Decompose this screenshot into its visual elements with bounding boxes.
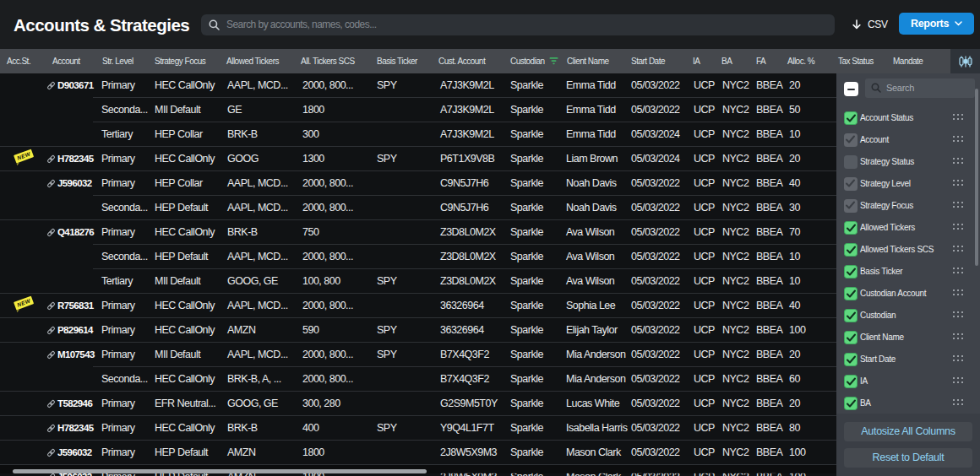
- global-search-input[interactable]: Search by accounts, names, codes...: [201, 14, 835, 35]
- horizontal-scrollbar-thumb[interactable]: [13, 469, 427, 473]
- vertical-scrollbar-thumb[interactable]: [975, 89, 978, 266]
- reports-button[interactable]: Reports: [899, 13, 974, 35]
- table-row[interactable]: D903671PrimaryHEC CallOnlyAAPL, MCD...20…: [0, 73, 836, 98]
- columns-panel-tab[interactable]: [950, 49, 980, 73]
- drag-handle-icon[interactable]: [953, 399, 963, 407]
- table-row[interactable]: TertiaryHEP CollarBRK-B300A7J3K9M2LSpark…: [0, 122, 836, 147]
- table-row[interactable]: Seconda...HEP DefaultAAPL, MCD...2000, 8…: [0, 196, 836, 220]
- cell-client: Noah Davis: [566, 171, 617, 196]
- column-header-focus[interactable]: Strategy Focus: [155, 49, 205, 73]
- checkbox-unchecked[interactable]: [844, 155, 858, 169]
- column-header-fa[interactable]: FA: [756, 49, 765, 73]
- table-row[interactable]: H782345PrimaryHEC CallOnlyBRK-B400SPYY9Q…: [0, 416, 836, 441]
- checkbox-checked[interactable]: [844, 177, 858, 191]
- drag-handle-icon[interactable]: [953, 355, 963, 363]
- table-row[interactable]: J596032PrimaryHEP CollarAAPL, MCD...2000…: [0, 171, 836, 196]
- column-header-level[interactable]: Str. Level: [102, 49, 133, 73]
- table-row[interactable]: Q418276PrimaryHEC CallOnlyBRK-B750Z3D8L0…: [0, 220, 836, 245]
- checkbox-checked[interactable]: [844, 331, 858, 344]
- column-header-account[interactable]: Account: [52, 49, 80, 73]
- column-toggle-strategy-focus[interactable]: Strategy Focus: [836, 195, 980, 217]
- column-header-custodian[interactable]: Custodian: [510, 49, 558, 73]
- checkbox-checked[interactable]: [844, 375, 858, 388]
- checkbox-checked[interactable]: [844, 221, 858, 235]
- column-header-ia[interactable]: IA: [693, 49, 700, 73]
- column-toggle-label: Basis Ticker: [860, 261, 902, 283]
- checkbox-checked[interactable]: [844, 199, 858, 213]
- column-toggle-custodian[interactable]: Custodian: [836, 305, 980, 327]
- drag-handle-icon[interactable]: [953, 246, 963, 253]
- drag-handle-icon[interactable]: [953, 202, 963, 209]
- drag-handle-icon[interactable]: [953, 333, 963, 341]
- table-row[interactable]: J596032PrimaryHEP DefaultAMZN18002J8W5X9…: [0, 441, 836, 465]
- column-header-cust_account[interactable]: Cust. Account: [438, 49, 485, 73]
- table-row[interactable]: M107543PrimaryMIl DefaultAAPL, MCD...200…: [0, 343, 836, 367]
- cell-alloc: 50: [789, 98, 800, 122]
- table-row[interactable]: P829614PrimaryHEC CallOnlyAMZN590SPY3632…: [0, 318, 836, 343]
- link-icon[interactable]: [46, 448, 56, 457]
- column-toggle-client-name[interactable]: Client Name: [836, 327, 980, 349]
- link-icon[interactable]: [46, 301, 56, 311]
- table-row[interactable]: NEWH782345PrimaryHEC CallOnlyGOOG1300SPY…: [0, 147, 836, 171]
- column-header-scs[interactable]: All. Tickers SCS: [301, 49, 355, 73]
- column-header-start_date[interactable]: Start Date: [631, 49, 665, 73]
- link-icon[interactable]: [46, 179, 56, 188]
- panel-footer: Autosize All Columns Reset to Default: [836, 414, 980, 476]
- reset-to-default-button[interactable]: Reset to Default: [844, 448, 972, 468]
- link-icon[interactable]: [46, 326, 56, 335]
- column-header-tax[interactable]: Tax Status: [838, 49, 874, 73]
- panel-search-input[interactable]: Search: [865, 78, 975, 99]
- column-toggle-custodian-account[interactable]: Custodian Account: [836, 283, 980, 305]
- drag-handle-icon[interactable]: [953, 311, 963, 319]
- drag-handle-icon[interactable]: [953, 136, 963, 143]
- drag-handle-icon[interactable]: [953, 268, 963, 275]
- column-header-tickers[interactable]: Allowed Tickers: [226, 49, 279, 73]
- table-row[interactable]: T582946PrimaryEFR Neutral...GOOG, GE300,…: [0, 392, 836, 416]
- column-header-ba[interactable]: BA: [721, 49, 732, 73]
- column-toggle-allowed-tickers[interactable]: Allowed Tickers: [836, 217, 980, 239]
- table-row[interactable]: NEWR756831PrimaryHEC CallOnlyAAPL, MCD..…: [0, 294, 836, 318]
- column-header-basis[interactable]: Basis Ticker: [377, 49, 417, 73]
- column-toggle-basis-ticker[interactable]: Basis Ticker: [836, 261, 980, 283]
- link-icon[interactable]: [46, 399, 56, 408]
- column-header-mandate[interactable]: Mandate: [893, 49, 923, 73]
- column-toggle-strategy-status[interactable]: Strategy Status: [836, 151, 980, 173]
- link-icon[interactable]: [46, 154, 56, 164]
- checkbox-checked[interactable]: [844, 243, 858, 257]
- column-header-accst[interactable]: Acc.St.: [7, 49, 30, 73]
- collapse-all-button[interactable]: [844, 82, 858, 96]
- checkbox-checked[interactable]: [844, 111, 858, 125]
- column-toggle-ba[interactable]: BA: [836, 392, 980, 411]
- drag-handle-icon[interactable]: [953, 224, 963, 231]
- checkbox-checked[interactable]: [844, 287, 858, 300]
- drag-handle-icon[interactable]: [953, 114, 963, 122]
- link-icon[interactable]: [46, 81, 56, 90]
- column-header-client[interactable]: Client Name: [567, 49, 609, 73]
- drag-handle-icon[interactable]: [953, 377, 963, 385]
- column-toggle-allowed-tickers-scs[interactable]: Allowed Tickers SCS: [836, 239, 980, 261]
- column-toggle-account-status[interactable]: Account Status: [836, 107, 980, 129]
- link-icon[interactable]: [46, 228, 56, 237]
- cell-fa: BBEA: [756, 318, 782, 343]
- link-icon[interactable]: [46, 424, 56, 433]
- checkbox-checked[interactable]: [844, 265, 858, 279]
- checkbox-checked[interactable]: [844, 309, 858, 322]
- drag-handle-icon[interactable]: [953, 289, 963, 297]
- column-toggle-strategy-level[interactable]: Strategy Level: [836, 173, 980, 195]
- column-header-alloc[interactable]: Alloc. %: [787, 49, 814, 73]
- column-toggle-account[interactable]: Account: [836, 129, 980, 151]
- checkbox-checked[interactable]: [844, 397, 858, 410]
- link-icon[interactable]: [46, 350, 56, 360]
- table-row[interactable]: Seconda...HEC CallOnlyBRK-B, A, ...2000,…: [0, 367, 836, 392]
- column-toggle-start-date[interactable]: Start Date: [836, 349, 980, 371]
- drag-handle-icon[interactable]: [953, 180, 963, 187]
- checkbox-checked[interactable]: [844, 353, 858, 366]
- table-row[interactable]: Seconda...HEP DefaultAAPL, MCD...2000, 8…: [0, 245, 836, 269]
- csv-export-button[interactable]: CSV: [852, 13, 888, 36]
- table-row[interactable]: Seconda...MIl DefaultGE1800A7J3K9M2LSpar…: [0, 98, 836, 122]
- autosize-all-columns-button[interactable]: Autosize All Columns: [844, 422, 972, 441]
- table-row[interactable]: TertiaryMIl DefaultGOOG, GE100, 800SPYZ3…: [0, 269, 836, 294]
- checkbox-checked[interactable]: [844, 133, 858, 147]
- column-toggle-ia[interactable]: IA: [836, 371, 980, 392]
- drag-handle-icon[interactable]: [953, 158, 963, 165]
